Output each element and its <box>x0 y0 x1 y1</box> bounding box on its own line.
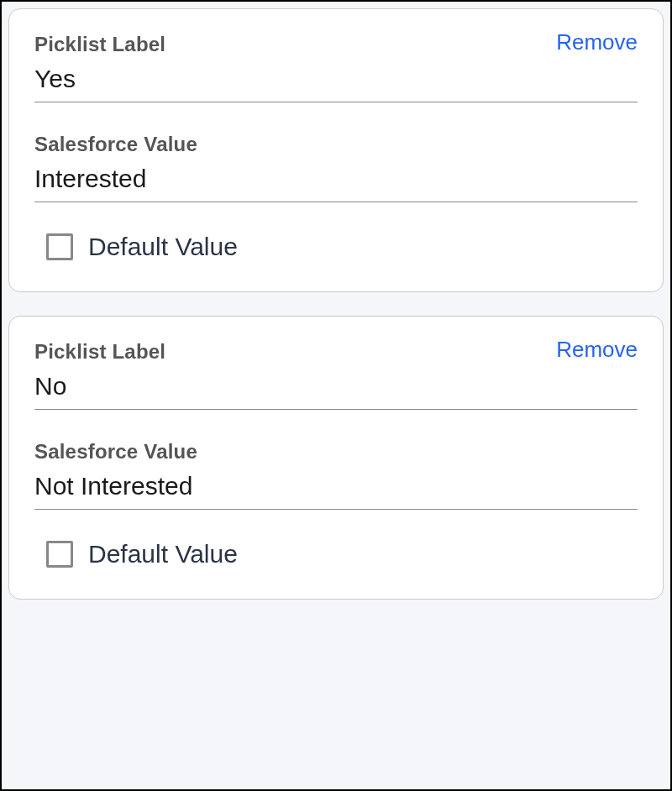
salesforce-value-input[interactable] <box>34 465 638 510</box>
default-value-checkbox[interactable] <box>46 233 73 260</box>
default-value-label: Default Value <box>88 540 238 568</box>
salesforce-value-heading: Salesforce Value <box>34 133 197 156</box>
picklist-label-group: Picklist Label Remove <box>34 33 638 102</box>
salesforce-value-input[interactable] <box>34 158 638 202</box>
picklist-label-input[interactable] <box>34 365 638 410</box>
default-value-checkbox[interactable] <box>46 541 73 568</box>
salesforce-value-group: Salesforce Value <box>34 133 638 202</box>
salesforce-value-group: Salesforce Value <box>34 440 638 510</box>
field-header: Salesforce Value <box>34 440 638 464</box>
field-header: Picklist Label Remove <box>34 340 638 364</box>
default-value-row: Default Value <box>34 540 638 568</box>
field-header: Salesforce Value <box>34 133 638 156</box>
remove-link[interactable]: Remove <box>556 337 638 363</box>
picklist-item-card: Picklist Label Remove Salesforce Value D… <box>8 316 664 600</box>
picklist-label-heading: Picklist Label <box>34 33 165 56</box>
salesforce-value-heading: Salesforce Value <box>34 440 197 464</box>
picklist-label-group: Picklist Label Remove <box>34 340 638 410</box>
field-header: Picklist Label Remove <box>34 33 638 56</box>
default-value-label: Default Value <box>88 233 238 261</box>
picklist-label-input[interactable] <box>34 58 638 102</box>
remove-link[interactable]: Remove <box>556 29 638 55</box>
picklist-item-card: Picklist Label Remove Salesforce Value D… <box>8 8 664 292</box>
picklist-label-heading: Picklist Label <box>34 340 165 364</box>
default-value-row: Default Value <box>34 233 638 261</box>
